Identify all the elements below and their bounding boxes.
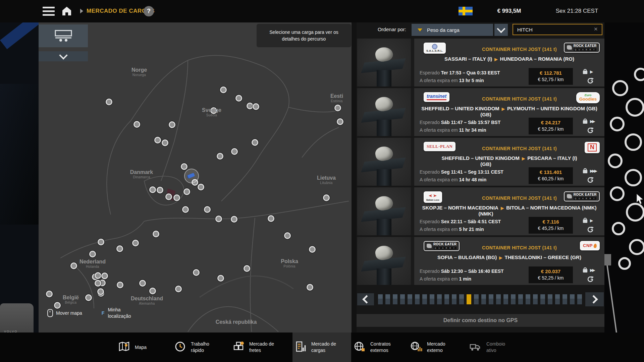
city-dot[interactable]	[149, 186, 156, 193]
city-dot[interactable]	[169, 121, 175, 128]
page-tick[interactable]	[511, 294, 516, 304]
cargo-offer-row[interactable]: transinetEuroGoodiesCONTAINER HITCH JOST…	[357, 88, 604, 136]
city-dot[interactable]	[95, 280, 101, 287]
city-dot[interactable]	[70, 262, 77, 269]
page-tick[interactable]	[555, 294, 560, 304]
city-dot[interactable]	[268, 215, 274, 222]
page-tick[interactable]	[393, 294, 397, 304]
city-dot[interactable]	[173, 194, 180, 201]
city-dot[interactable]	[334, 105, 341, 111]
page-tick[interactable]	[474, 294, 479, 304]
city-dot[interactable]	[98, 239, 104, 245]
page-tick[interactable]	[503, 294, 508, 304]
city-dot[interactable]	[231, 148, 238, 155]
page-tick[interactable]	[518, 294, 523, 304]
nav-item-contratos-externos[interactable]: Contratosexternos	[354, 333, 391, 362]
city-dot[interactable]	[323, 194, 330, 201]
city-dot[interactable]	[175, 286, 182, 292]
page-tick[interactable]	[422, 294, 427, 304]
city-dot[interactable]	[309, 246, 316, 253]
city-dot[interactable]	[337, 118, 343, 125]
page-tick[interactable]	[526, 294, 530, 304]
home-icon[interactable]	[61, 6, 72, 16]
city-dot[interactable]	[235, 95, 242, 102]
city-dot[interactable]	[204, 206, 211, 213]
city-dot[interactable]	[153, 231, 159, 237]
page-tick[interactable]	[408, 294, 412, 304]
page-tick[interactable]	[562, 294, 567, 304]
city-dot[interactable]	[162, 139, 168, 146]
city-dot[interactable]	[85, 294, 92, 301]
city-dot[interactable]	[181, 163, 187, 170]
city-dot[interactable]	[165, 193, 172, 200]
city-dot[interactable]	[247, 103, 253, 109]
city-dot[interactable]	[253, 103, 259, 110]
page-tick[interactable]	[437, 294, 442, 304]
city-dot[interactable]	[217, 275, 224, 282]
cargo-offer-row[interactable]: Balkan LocoROCK EATERQ U A R R YCONTAINE…	[357, 187, 604, 235]
world-map[interactable]: NorgeNoruegaSverigeSuéciaEestiEstóniaDan…	[39, 22, 352, 333]
page-tick[interactable]	[570, 294, 575, 304]
page-tick[interactable]	[430, 294, 434, 304]
page-tick[interactable]	[467, 294, 471, 304]
page-tick[interactable]	[489, 294, 493, 304]
city-dot[interactable]	[157, 187, 163, 193]
city-dot[interactable]	[154, 137, 161, 143]
page-tick[interactable]	[548, 294, 552, 304]
sort-dropdown-toggle[interactable]	[494, 24, 508, 36]
page-tick[interactable]	[415, 294, 420, 304]
nav-item-comboio-ativo[interactable]: Comboioativo	[470, 333, 505, 362]
page-tick[interactable]	[533, 294, 538, 304]
city-dot[interactable]	[307, 284, 313, 291]
page-tick[interactable]	[459, 294, 464, 304]
city-dot[interactable]	[117, 282, 123, 288]
page-prev-button[interactable]	[357, 293, 374, 305]
page-tick[interactable]	[385, 294, 390, 304]
city-dot[interactable]	[97, 288, 104, 295]
page-tick[interactable]	[540, 294, 545, 304]
cargo-offer-row[interactable]: SELL·PLANNCONTAINER HITCH JOST (141 t)SH…	[357, 138, 604, 186]
city-dot[interactable]	[244, 265, 250, 272]
city-dot[interactable]	[116, 245, 123, 252]
city-dot[interactable]	[106, 99, 112, 105]
search-input[interactable]	[513, 24, 602, 35]
city-dot[interactable]	[198, 184, 204, 190]
nav-item-mercado-externo[interactable]: Mercadoexterno	[410, 333, 445, 362]
nav-item-mercado-de-fretes[interactable]: Mercado defretes	[232, 333, 274, 362]
city-dot[interactable]	[215, 216, 222, 222]
city-dot[interactable]	[46, 291, 53, 297]
cargo-offer-row[interactable]: ROCK EATERQ U A R R YCNPCONTAINER HITCH …	[357, 237, 604, 285]
city-dot[interactable]	[220, 86, 227, 93]
city-dot[interactable]	[149, 288, 156, 294]
city-dot[interactable]	[95, 272, 101, 279]
menu-icon[interactable]	[43, 7, 55, 16]
page-tick[interactable]	[452, 294, 457, 304]
clear-search-icon[interactable]: ✕	[594, 26, 598, 32]
page-tick[interactable]	[496, 294, 501, 304]
nav-item-mapa[interactable]: Mapa	[118, 333, 147, 362]
city-dot[interactable]	[252, 139, 258, 146]
city-dot[interactable]	[139, 280, 146, 287]
trailer-select-button[interactable]	[39, 24, 88, 47]
page-next-button[interactable]	[585, 292, 604, 306]
nav-item-mercado-de-cargas[interactable]: Mercado decargas	[294, 333, 336, 362]
page-tick[interactable]	[378, 294, 383, 304]
city-dot[interactable]	[101, 273, 108, 279]
page-tick[interactable]	[400, 294, 405, 304]
city-dot[interactable]	[284, 232, 291, 239]
page-tick[interactable]	[444, 294, 449, 304]
page-tick[interactable]	[577, 294, 582, 304]
trailer-expand-button[interactable]	[39, 51, 88, 61]
city-dot[interactable]	[231, 216, 237, 223]
city-dot[interactable]	[183, 188, 190, 195]
set-gps-destination-button[interactable]: Definir como destino no GPS	[357, 314, 604, 327]
cargo-offer-row[interactable]: S.A.L.S.R.L.ROCK EATERQ U A R R YCONTAIN…	[357, 39, 604, 86]
city-dot[interactable]	[89, 251, 96, 257]
sort-dropdown[interactable]: Peso da carga	[412, 24, 493, 36]
city-dot[interactable]	[182, 206, 189, 213]
city-dot[interactable]	[217, 153, 223, 160]
city-dot[interactable]	[133, 121, 140, 128]
help-icon[interactable]: ?	[144, 6, 154, 16]
page-tick[interactable]	[481, 294, 486, 304]
city-dot[interactable]	[132, 240, 139, 246]
